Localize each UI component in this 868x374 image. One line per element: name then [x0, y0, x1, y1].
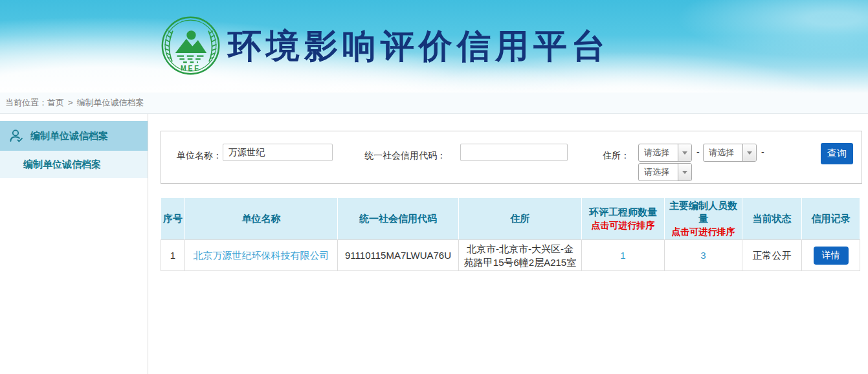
- engineer-count-link[interactable]: 1: [620, 250, 625, 261]
- district-select-value: 请选择: [639, 164, 678, 181]
- chevron-down-icon: [682, 171, 687, 174]
- credit-code-input[interactable]: [460, 144, 568, 161]
- credit-code-label: 统一社会信用代码：: [364, 147, 446, 164]
- table-header-row: 序号 单位名称 统一社会信用代码 住所 环评工程师数量 点击可进行排序 主要编制…: [161, 198, 860, 240]
- city-select-arrow-button[interactable]: [742, 144, 756, 161]
- header-staff-count-sort[interactable]: 主要编制人员数量 点击可进行排序: [665, 198, 742, 240]
- province-select-value: 请选择: [639, 144, 678, 161]
- company-name-link[interactable]: 北京万源世纪环保科技有限公司: [194, 250, 329, 261]
- search-panel: 单位名称： 统一社会信用代码： 住所： 请选择 - 请选择 - 请选择 查询: [161, 131, 862, 184]
- sort-hint: 点击可进行排序: [584, 219, 662, 232]
- query-button[interactable]: 查询: [821, 143, 853, 164]
- cell-index: 1: [161, 240, 185, 271]
- header-credit-record: 信用记录: [802, 198, 860, 240]
- person-check-icon: [8, 128, 24, 144]
- results-table: 序号 单位名称 统一社会信用代码 住所 环评工程师数量 点击可进行排序 主要编制…: [161, 197, 860, 271]
- district-select[interactable]: 请选择: [638, 163, 692, 181]
- sidebar-item-label: 编制单位诚信档案: [30, 130, 108, 142]
- cell-address: 北京市-北京市-大兴区-金苑路甲15号6幢2层A215室: [459, 240, 582, 271]
- breadcrumb-home-link[interactable]: 首页: [47, 98, 64, 107]
- address-dash-2: -: [761, 147, 764, 157]
- header-credit-code: 统一社会信用代码: [338, 198, 459, 240]
- header-status: 当前状态: [742, 198, 802, 240]
- unit-name-input[interactable]: [223, 144, 333, 161]
- breadcrumb-current: 编制单位诚信档案: [77, 98, 144, 107]
- city-select[interactable]: 请选择: [703, 144, 757, 162]
- staff-count-link[interactable]: 3: [700, 250, 706, 261]
- sidebar-item-unit-credit-archive[interactable]: 编制单位诚信档案: [0, 121, 148, 151]
- unit-name-label: 单位名称：: [177, 147, 222, 164]
- chevron-down-icon: [747, 151, 752, 155]
- header-index: 序号: [161, 198, 185, 240]
- table-row: 1 北京万源世纪环保科技有限公司 91110115MA7LWUA76U 北京市-…: [161, 240, 860, 271]
- header-engineer-count-sort[interactable]: 环评工程师数量 点击可进行排序: [582, 198, 665, 240]
- logo-text: MEE: [181, 65, 201, 72]
- cell-credit-code: 91110115MA7LWUA76U: [338, 240, 459, 271]
- mee-logo-icon: MEE: [160, 15, 221, 76]
- header-unit-name: 单位名称: [185, 198, 338, 240]
- cell-status: 正常公开: [742, 240, 802, 271]
- page-title: 环境影响评价信用平台: [228, 26, 610, 66]
- header-engineer-count-label: 环评工程师数量: [584, 206, 662, 219]
- site-header: MEE 环境影响评价信用平台: [0, 0, 868, 93]
- district-select-arrow-button[interactable]: [678, 164, 691, 181]
- sidebar-subitem-label: 编制单位诚信档案: [23, 159, 101, 171]
- sort-hint: 点击可进行排序: [667, 225, 740, 238]
- main-content: 单位名称： 统一社会信用代码： 住所： 请选择 - 请选择 - 请选择 查询: [148, 114, 868, 374]
- province-select[interactable]: 请选择: [638, 144, 692, 162]
- chevron-down-icon: [682, 151, 687, 155]
- breadcrumb: 当前位置：首页>编制单位诚信档案: [0, 93, 868, 114]
- city-select-value: 请选择: [704, 144, 742, 161]
- breadcrumb-separator: >: [68, 98, 73, 107]
- province-select-arrow-button[interactable]: [678, 144, 691, 161]
- sidebar: 编制单位诚信档案 编制单位诚信档案: [0, 114, 148, 374]
- header-address: 住所: [459, 198, 582, 240]
- content-layout: 编制单位诚信档案 编制单位诚信档案 单位名称： 统一社会信用代码： 住所： 请选…: [0, 114, 868, 374]
- breadcrumb-prefix: 当前位置：: [5, 98, 47, 107]
- detail-button[interactable]: 详情: [814, 247, 849, 265]
- address-label: 住所：: [603, 147, 630, 164]
- sidebar-subitem-unit-credit-archive[interactable]: 编制单位诚信档案: [0, 151, 148, 178]
- address-dash-1: -: [696, 147, 700, 157]
- header-staff-count-label: 主要编制人员数量: [667, 199, 740, 225]
